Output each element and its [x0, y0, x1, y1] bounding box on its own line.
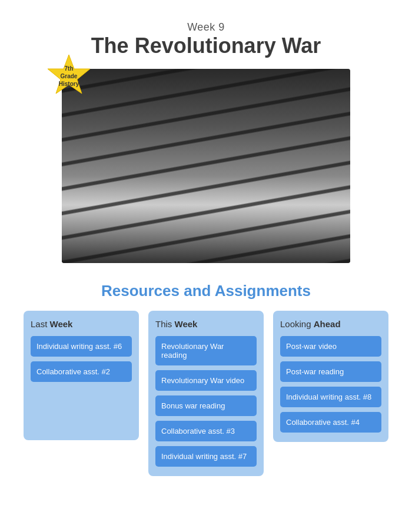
assignment-btn[interactable]: Individual writing asst. #8 [280, 387, 381, 407]
this-week-column: This Week Revolutionary War reading Revo… [148, 311, 264, 476]
assignment-btn[interactable]: Collaborative asst. #3 [155, 421, 257, 441]
page-title: The Revolutionary War [91, 34, 321, 58]
resources-heading: Resources and Assignments [101, 282, 311, 300]
hero-silhouettes [62, 69, 350, 263]
assignment-btn[interactable]: Collaborative asst. #4 [280, 412, 381, 433]
assignment-btn[interactable]: Collaborative asst. #2 [31, 361, 132, 382]
badge-text: 7th Grade History [59, 65, 79, 88]
grade-badge: 7th Grade History [45, 52, 92, 99]
assignment-btn[interactable]: Bonus war reading [155, 395, 257, 416]
assignment-btn[interactable]: Post-war reading [280, 361, 381, 382]
page-subtitle: Week 9 [91, 21, 321, 34]
assignment-btn[interactable]: Individual writing asst. #7 [155, 446, 257, 467]
assignment-btn[interactable]: Post-war video [280, 336, 381, 357]
last-week-column: Last Week Individual writing asst. #6 Co… [24, 311, 139, 440]
page-header: Week 9 The Revolutionary War [91, 21, 321, 58]
assignment-btn[interactable]: Revolutionary War reading [155, 336, 257, 365]
assignment-btn[interactable]: Individual writing asst. #6 [31, 336, 132, 357]
hero-wrapper: 7th Grade History [62, 69, 350, 263]
last-week-header: Last Week [31, 319, 132, 329]
hero-image [62, 69, 350, 263]
looking-ahead-column: Looking Ahead Post-war video Post-war re… [273, 311, 388, 442]
assignment-btn[interactable]: Revolutionary War video [155, 370, 257, 391]
columns-wrapper: Last Week Individual writing asst. #6 Co… [12, 311, 400, 476]
this-week-header: This Week [155, 319, 257, 329]
looking-ahead-header: Looking Ahead [280, 319, 381, 329]
